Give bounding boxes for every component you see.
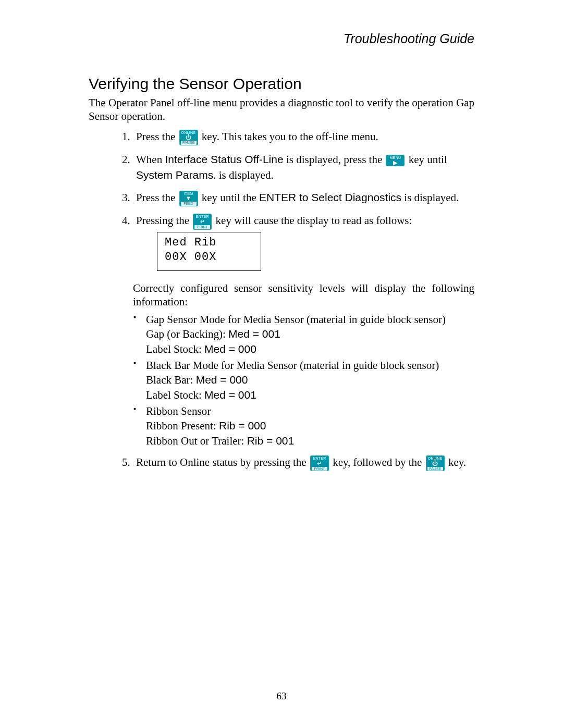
list-item: Ribbon Sensor Ribbon Present: Rib = 000 … xyxy=(146,404,474,448)
text: key. xyxy=(446,456,466,468)
display-line: Med Rib xyxy=(165,236,253,251)
value: Med = 001 xyxy=(228,328,280,340)
text: . is displayed. xyxy=(213,169,274,181)
text: is displayed, press the xyxy=(284,153,385,166)
text: Label Stock: xyxy=(146,343,204,355)
text: Ribbon Out or Trailer: xyxy=(146,435,247,447)
text: key until xyxy=(406,153,447,166)
online-pause-key-icon: ONLINE⏻PAUSE xyxy=(179,130,198,145)
step-2: When Interface Status Off-Line is displa… xyxy=(133,152,474,183)
text: key until the xyxy=(199,191,259,204)
page-content: Troubleshooting Guide Verifying the Sens… xyxy=(0,0,563,471)
value: Med = 000 xyxy=(196,374,248,386)
text: Ribbon Sensor xyxy=(146,405,211,417)
step-5: Return to Online status by pressing the … xyxy=(133,454,474,471)
value: Med = 000 xyxy=(204,343,256,355)
text: key. This takes you to the off-line menu… xyxy=(199,130,378,143)
display-line: 00X 00X xyxy=(165,250,253,265)
section-title: Verifying the Sensor Operation xyxy=(89,75,474,93)
procedure-list-continued: Return to Online status by pressing the … xyxy=(89,454,474,471)
value: Med = 001 xyxy=(204,389,256,401)
text: is displayed. xyxy=(401,191,459,204)
text: Ribbon Present: xyxy=(146,419,219,432)
lcd-display-sample: Med Rib 00X 00X xyxy=(157,232,261,271)
running-header: Troubleshooting Guide xyxy=(89,31,474,46)
step-3: Press the ITEM▼FEED key until the ENTER … xyxy=(133,190,474,206)
text: Black Bar: xyxy=(146,374,196,386)
text: Press the xyxy=(136,191,178,204)
text: key, followed by the xyxy=(330,456,425,468)
text: Press the xyxy=(136,130,178,143)
ui-label: System Params xyxy=(136,169,213,181)
text: Label Stock: xyxy=(146,389,204,401)
enter-print-key-icon: ENTER↵PRINT xyxy=(193,214,212,229)
menu-key-icon: MENU▶ xyxy=(386,155,405,166)
list-item: Gap Sensor Mode for Media Sensor (materi… xyxy=(146,313,474,356)
value: Rib = 001 xyxy=(247,435,294,447)
item-feed-key-icon: ITEM▼FEED xyxy=(179,191,198,206)
text: key will cause the display to read as fo… xyxy=(213,214,412,227)
ui-label: ENTER to Select Diagnostics xyxy=(259,191,401,203)
step-4: Pressing the ENTER↵PRINT key will cause … xyxy=(133,213,474,271)
online-pause-key-icon: ONLINE⏻PAUSE xyxy=(426,455,445,471)
intro-paragraph: The Operator Panel off-line menu provide… xyxy=(89,96,474,124)
procedure-list: Press the ONLINE⏻PAUSE key. This takes y… xyxy=(89,129,474,271)
text: Pressing the xyxy=(136,214,192,227)
text: Black Bar Mode for Media Sensor (materia… xyxy=(146,359,439,372)
sensor-values-list: Gap Sensor Mode for Media Sensor (materi… xyxy=(89,313,474,448)
enter-print-key-icon: ENTER↵PRINT xyxy=(310,455,329,471)
text: Gap (or Backing): xyxy=(146,328,228,340)
value: Rib = 000 xyxy=(219,419,266,431)
text: When xyxy=(136,153,165,166)
text: Return to Online status by pressing the xyxy=(136,456,309,468)
paragraph: Correctly configured sensor sensitivity … xyxy=(133,281,474,309)
list-item: Black Bar Mode for Media Sensor (materia… xyxy=(146,359,474,402)
text: Gap Sensor Mode for Media Sensor (materi… xyxy=(146,313,446,326)
ui-label: Interface Status Off-Line xyxy=(165,153,283,165)
page-number: 63 xyxy=(0,690,563,702)
step-1: Press the ONLINE⏻PAUSE key. This takes y… xyxy=(133,129,474,145)
